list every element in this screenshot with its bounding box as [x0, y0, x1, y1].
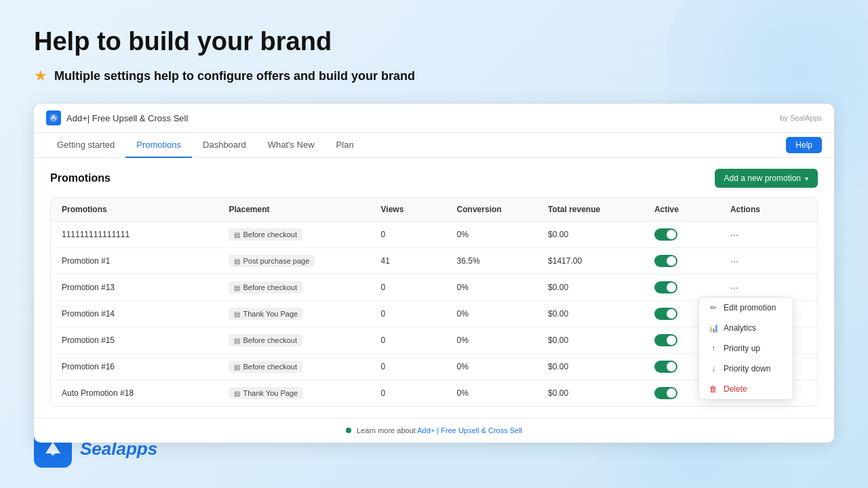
- app-logo-text: Add+| Free Upsell & Cross Sell: [66, 113, 188, 123]
- priority-down-icon: ↓: [709, 364, 718, 373]
- priority-up-icon: ↑: [709, 344, 718, 353]
- promo-conversion: 0%: [457, 283, 548, 292]
- promo-views: 0: [381, 362, 457, 371]
- tab-getting-started[interactable]: Getting started: [46, 133, 125, 158]
- nav-tabs: Getting started Promotions Dashboard Wha…: [34, 133, 834, 158]
- th-actions: Actions: [730, 205, 806, 214]
- promo-active[interactable]: [654, 281, 730, 293]
- footer-learn-more-text: Learn more about: [357, 426, 417, 434]
- actions-menu-trigger[interactable]: ···: [730, 282, 738, 293]
- promo-revenue: $1417.00: [548, 256, 654, 266]
- promo-revenue: $0.00: [548, 309, 654, 319]
- promo-conversion: 0%: [457, 362, 548, 371]
- promo-revenue: $0.00: [548, 388, 654, 398]
- promo-placement: ▤ Before checkout: [229, 361, 380, 373]
- placement-badge: ▤ Before checkout: [229, 281, 302, 293]
- placement-badge: ▤ Before checkout: [229, 228, 302, 241]
- placement-type-icon: ▤: [234, 390, 240, 397]
- tab-promotions[interactable]: Promotions: [125, 133, 192, 158]
- promo-revenue: $0.00: [548, 283, 654, 292]
- promo-conversion: 0%: [457, 388, 548, 398]
- promo-active[interactable]: [654, 228, 730, 241]
- placement-type-icon: ▤: [234, 363, 240, 371]
- promo-active[interactable]: [654, 255, 730, 267]
- context-menu-item-priority-down[interactable]: ↓ Priority down: [699, 359, 793, 379]
- add-promotion-button[interactable]: Add a new promotion ▾: [715, 169, 818, 188]
- analytics-icon: 📊: [709, 323, 718, 333]
- promo-placement: ▤ Before checkout: [229, 334, 380, 346]
- help-button[interactable]: Help: [786, 137, 822, 153]
- placement-badge: ▤ Before checkout: [229, 361, 302, 373]
- app-window: Add+| Free Upsell & Cross Sell by SealAp…: [34, 104, 834, 443]
- app-footer: Learn more about Add+ | Free Upsell & Cr…: [34, 418, 834, 443]
- actions-menu-trigger[interactable]: ···: [730, 229, 738, 240]
- placement-badge: ▤ Thank You Page: [229, 308, 303, 320]
- promo-name: 111111111111111: [62, 230, 229, 239]
- by-sealapps-text: by SealApps: [780, 114, 822, 122]
- context-menu-item-priority-up[interactable]: ↑ Priority up: [699, 338, 793, 359]
- promo-revenue: $0.00: [548, 362, 654, 371]
- promo-name: Promotion #14: [62, 309, 229, 319]
- context-menu-item-delete[interactable]: 🗑 Delete: [699, 379, 793, 399]
- context-menu-item-edit[interactable]: ✏ Edit promotion: [699, 298, 793, 318]
- promotions-section-title: Promotions: [50, 172, 111, 184]
- context-menu-label-analytics: Analytics: [724, 323, 756, 333]
- context-menu-label-edit: Edit promotion: [724, 303, 776, 312]
- promo-conversion: 36.5%: [457, 256, 548, 266]
- promo-conversion: 0%: [457, 336, 548, 345]
- promotions-header: Promotions Add a new promotion ▾: [50, 169, 818, 188]
- active-toggle[interactable]: [654, 308, 677, 320]
- th-promotions: Promotions: [62, 205, 229, 214]
- promo-conversion: 0%: [457, 230, 548, 239]
- tab-plan[interactable]: Plan: [326, 133, 365, 158]
- promo-actions[interactable]: ···: [730, 282, 806, 293]
- tab-whats-new[interactable]: What's New: [257, 133, 326, 158]
- promo-views: 0: [381, 283, 457, 292]
- page-headline: Help to build your brand: [34, 27, 834, 56]
- active-toggle[interactable]: [654, 228, 677, 241]
- star-icon: ★: [34, 67, 47, 85]
- tab-dashboard[interactable]: Dashboard: [192, 133, 257, 158]
- placement-badge: ▤ Thank You Page: [229, 387, 303, 399]
- footer-dot-icon: [346, 428, 351, 433]
- active-toggle[interactable]: [654, 255, 677, 267]
- active-toggle[interactable]: [654, 334, 677, 346]
- th-active: Active: [654, 205, 730, 214]
- placement-type-icon: ▤: [234, 258, 240, 265]
- placement-type-icon: ▤: [234, 310, 240, 318]
- promo-name: Promotion #16: [62, 362, 229, 371]
- promo-actions[interactable]: ···: [730, 229, 806, 240]
- placement-badge: ▤ Before checkout: [229, 334, 302, 346]
- promo-revenue: $0.00: [548, 336, 654, 345]
- chevron-down-icon: ▾: [805, 175, 808, 182]
- promo-name: Promotion #13: [62, 283, 229, 292]
- active-toggle[interactable]: [654, 387, 677, 399]
- placement-type-icon: ▤: [234, 284, 240, 291]
- footer-link[interactable]: Add+ | Free Upsell & Cross Sell: [417, 426, 522, 434]
- context-menu-label-priority-up: Priority up: [724, 344, 760, 353]
- edit-icon: ✏: [709, 303, 718, 312]
- promo-placement: ▤ Before checkout: [229, 281, 380, 293]
- context-menu: ✏ Edit promotion 📊 Analytics ↑ Priority …: [698, 297, 793, 400]
- context-menu-label-priority-down: Priority down: [724, 364, 770, 373]
- promo-views: 0: [381, 336, 457, 345]
- app-header: Add+| Free Upsell & Cross Sell by SealAp…: [34, 104, 834, 133]
- context-menu-label-delete: Delete: [724, 384, 747, 394]
- th-placement: Placement: [229, 205, 380, 214]
- th-conversion: Conversion: [457, 205, 548, 214]
- placement-badge: ▤ Post purchase page: [229, 255, 315, 267]
- promo-views: 41: [381, 256, 457, 266]
- promo-placement: ▤ Post purchase page: [229, 255, 380, 267]
- promo-placement: ▤ Before checkout: [229, 228, 380, 241]
- context-menu-item-analytics[interactable]: 📊 Analytics: [699, 318, 793, 338]
- placement-type-icon: ▤: [234, 231, 240, 239]
- active-toggle[interactable]: [654, 361, 677, 373]
- subheadline-text: Multiple settings help to configure offe…: [54, 69, 415, 83]
- delete-icon: 🗑: [709, 384, 718, 394]
- promo-actions[interactable]: ···: [730, 256, 806, 266]
- promo-views: 0: [381, 388, 457, 398]
- actions-menu-trigger[interactable]: ···: [730, 256, 738, 266]
- promo-conversion: 0%: [457, 309, 548, 319]
- promo-placement: ▤ Thank You Page: [229, 387, 380, 399]
- active-toggle[interactable]: [654, 281, 677, 293]
